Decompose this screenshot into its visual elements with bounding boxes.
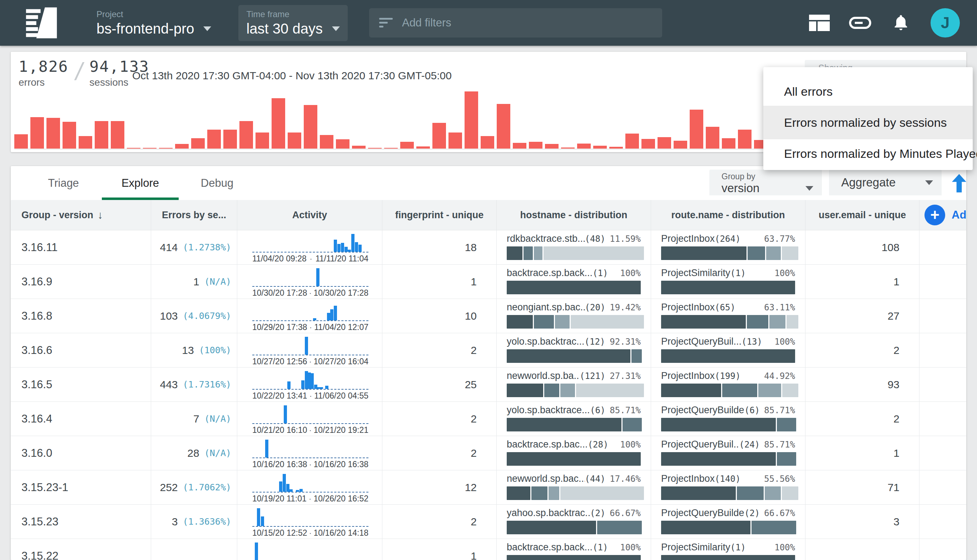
fingerprint-value: 25 xyxy=(465,378,477,391)
filter-icon xyxy=(379,18,393,28)
column-header-3[interactable]: fingerprint - unique xyxy=(382,200,497,230)
activity-cell: 10/22/20 13:41·11/06/20 04:55 xyxy=(237,368,382,402)
table-row[interactable]: 3.15.233(1.3636%)10/15/20 12:52·10/16/20… xyxy=(11,505,966,539)
activity-sparkline xyxy=(252,302,368,321)
add-filters-input[interactable]: Add filters xyxy=(369,8,662,38)
distribution-segment xyxy=(748,247,765,260)
histogram-bar xyxy=(577,143,591,148)
errors-count-value: 28 xyxy=(187,447,199,459)
distribution-bar xyxy=(507,281,641,294)
showing-option-2[interactable]: Errors normalized by Minutes Played xyxy=(763,139,973,168)
distribution-segment xyxy=(623,418,642,432)
fingerprint-unique-cell: 18 xyxy=(382,230,497,264)
showing-option-0[interactable]: All errors xyxy=(763,77,973,106)
sort-ascending-icon[interactable] xyxy=(951,174,966,192)
activity-date-range: 10/22/20 13:41·11/06/20 04:55 xyxy=(252,391,368,401)
distribution-top-value: ProjectInbox xyxy=(661,302,715,313)
showing-option-1[interactable]: Errors normalized by sessions xyxy=(763,106,973,139)
activity-end-date: 10/30/20 17:28 xyxy=(314,288,368,298)
version-value: 3.16.11 xyxy=(22,241,58,254)
histogram-bar xyxy=(706,127,719,148)
add-column-empty-cell xyxy=(919,505,966,538)
aggregate-select[interactable]: Aggregate xyxy=(829,170,942,195)
column-header-2[interactable]: Activity xyxy=(237,200,382,230)
group-version-cell: 3.16.5 xyxy=(11,368,151,402)
table-row[interactable]: 3.16.613(100%)10/27/20 12:56·10/27/20 16… xyxy=(11,333,966,368)
distribution-percent: 63.11% xyxy=(760,302,795,312)
backtrace-logo-icon xyxy=(24,6,58,40)
table-row[interactable]: 3.15.221backtrace.sp.back...(1)100%Proje… xyxy=(11,539,966,560)
tab-triage[interactable]: Triage xyxy=(25,166,102,200)
distribution-segment xyxy=(722,383,757,397)
errors-stat: 1,826 errors xyxy=(18,58,68,88)
group-by-label: Group by xyxy=(721,172,822,182)
table-row[interactable]: 3.16.91(N/A)10/30/20 17:28·10/30/20 17:2… xyxy=(11,265,966,299)
dashboard-button[interactable] xyxy=(808,12,830,34)
activity-start-date: 10/16/20 16:38 xyxy=(252,460,307,469)
distribution-segment xyxy=(507,521,596,534)
distribution-percent: 66.67% xyxy=(605,508,641,518)
errors-percent-value: (100%) xyxy=(199,345,231,355)
activity-sparkline xyxy=(252,508,368,527)
activity-cell: 10/21/20 16:10·10/21/20 19:21 xyxy=(237,402,382,436)
user-email-unique-cell: 71 xyxy=(805,470,919,504)
errors-percent-value: (1.7062%) xyxy=(183,482,231,492)
user-avatar[interactable]: J xyxy=(930,8,960,38)
group-version-cell: 3.15.22 xyxy=(11,539,151,560)
histogram-bar xyxy=(625,133,639,148)
activity-end-date: 10/16/20 14:18 xyxy=(314,528,368,538)
route-distribution-cell: ProjectSimilarity(1)100% xyxy=(651,539,805,560)
activity-sparkline xyxy=(252,440,368,458)
fingerprint-value: 1 xyxy=(471,550,477,560)
distribution-top-value: newworld.sp.bac... xyxy=(507,473,585,484)
distribution-segment xyxy=(661,247,747,260)
column-header-label: Group - version xyxy=(22,210,93,221)
share-link-button[interactable] xyxy=(849,12,871,34)
tab-explore[interactable]: Explore xyxy=(102,166,179,200)
fingerprint-value: 2 xyxy=(471,447,477,459)
project-select[interactable]: Project bs-frontend-pro xyxy=(90,6,218,40)
group-by-select[interactable]: Group by version xyxy=(709,170,822,195)
distribution-segment xyxy=(555,315,569,328)
user-email-value: 2 xyxy=(893,413,899,425)
sparkline-bar xyxy=(305,337,308,355)
histogram-bar xyxy=(464,92,478,148)
distribution-segment xyxy=(544,247,644,260)
sparkline-bar xyxy=(265,440,268,458)
histogram-bar xyxy=(658,137,671,148)
table-row[interactable]: 3.16.028(N/A)10/16/20 16:38·10/16/20 16:… xyxy=(11,436,966,470)
activity-date-range: 10/27/20 12:56·10/27/20 16:04 xyxy=(252,357,368,367)
table-row[interactable]: 3.16.11414(1.2738%)11/04/20 09:28·11/11/… xyxy=(11,230,966,265)
distribution-segment xyxy=(507,452,641,466)
distribution-segment xyxy=(782,247,798,260)
column-header-6[interactable]: user.email - unique xyxy=(805,200,919,230)
add-column-header: +Ad xyxy=(919,200,966,230)
distribution-segment xyxy=(544,383,559,397)
notifications-button[interactable] xyxy=(890,12,912,34)
user-email-value: 1 xyxy=(893,447,899,459)
table-row[interactable]: 3.16.47(N/A)10/21/20 16:10·10/21/20 19:2… xyxy=(11,402,966,436)
distribution-count: (6) xyxy=(590,405,605,415)
activity-sparkline xyxy=(252,337,368,355)
add-column-label: Ad xyxy=(952,208,966,222)
hostname-distribution-cell: backtrace.sp.back...(1)100% xyxy=(497,539,651,560)
distribution-percent: 55.56% xyxy=(760,474,795,484)
timeframe-select[interactable]: Time frame last 30 days xyxy=(238,5,347,41)
table-row[interactable]: 3.15.23-1252(1.7062%)10/19/20 11:01·10/2… xyxy=(11,470,966,505)
fingerprint-unique-cell: 25 xyxy=(382,368,497,402)
column-header-1[interactable]: Errors by se... xyxy=(151,200,237,230)
histogram-bar xyxy=(690,110,703,148)
distribution-percent: 85.71% xyxy=(605,405,641,415)
distribution-top-value: ProjectQueryBuilder xyxy=(661,405,744,416)
hostname-distribution-cell: newworld.sp.bac...(44)17.46% xyxy=(497,470,651,504)
distribution-bar xyxy=(661,349,795,363)
distribution-percent: 92.31% xyxy=(605,337,641,347)
column-header-0[interactable]: Group - version↓ xyxy=(11,200,151,230)
column-header-5[interactable]: route.name - distribution xyxy=(651,200,805,230)
sparkline-bar xyxy=(351,234,354,252)
table-row[interactable]: 3.16.8103(4.0679%)10/29/20 17:38·11/04/2… xyxy=(11,299,966,333)
column-header-4[interactable]: hostname - distribution xyxy=(497,200,651,230)
table-row[interactable]: 3.16.5443(1.7316%)10/22/20 13:41·11/06/2… xyxy=(11,368,966,402)
add-column-button[interactable]: +Ad xyxy=(924,205,966,225)
tab-debug[interactable]: Debug xyxy=(179,166,256,200)
